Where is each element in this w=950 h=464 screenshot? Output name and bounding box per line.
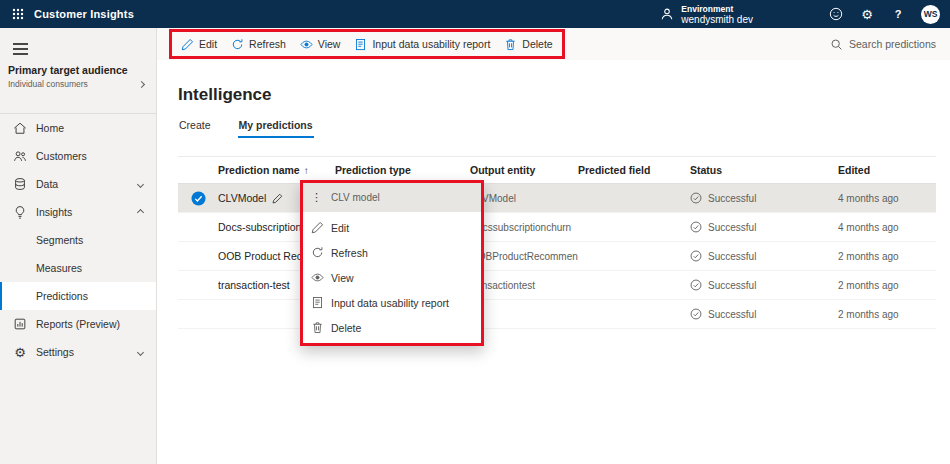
sidebar-item-insights[interactable]: Insights xyxy=(0,198,156,226)
edited-cell: 2 months ago xyxy=(838,251,936,262)
context-menu: Edit Refresh View Input data usability r… xyxy=(303,212,481,343)
output-entity-cell: OOBProductRecommendation xyxy=(470,251,578,262)
column-header-predicted-field[interactable]: Predicted field xyxy=(578,164,690,176)
main-content: Intelligence Create My predictions Predi… xyxy=(157,60,950,464)
context-menu-item-view[interactable]: View xyxy=(303,265,481,290)
report-icon xyxy=(311,296,324,309)
sidebar-item-label: Segments xyxy=(36,234,83,246)
predictions-table: Prediction name ↑ Prediction type Output… xyxy=(178,156,936,329)
search-input[interactable]: Search predictions xyxy=(830,38,950,51)
prediction-name[interactable]: transaction-test xyxy=(218,279,290,291)
status-cell: Successful xyxy=(690,308,838,320)
output-entity-cell: Docssubscriptionchurn xyxy=(470,222,578,233)
column-header-output-entity[interactable]: Output entity xyxy=(470,164,578,176)
app-title: Customer Insights xyxy=(34,8,134,20)
status-text: Successful xyxy=(708,309,756,320)
customers-icon xyxy=(13,149,27,163)
sidebar-item-measures[interactable]: Measures xyxy=(0,254,156,282)
waffle-icon[interactable] xyxy=(12,8,24,20)
status-cell: Successful xyxy=(690,221,838,233)
hamburger-menu-icon[interactable] xyxy=(0,28,156,60)
edit-button[interactable]: Edit xyxy=(174,32,224,56)
audience-title: Primary target audience xyxy=(8,64,134,77)
delete-icon xyxy=(504,38,517,51)
context-menu-item-delete[interactable]: Delete xyxy=(303,315,481,340)
refresh-button[interactable]: Refresh xyxy=(224,32,293,56)
context-menu-item-refresh[interactable]: Refresh xyxy=(303,240,481,265)
user-avatar[interactable]: WS xyxy=(921,5,940,24)
column-header-prediction-type[interactable]: Prediction type xyxy=(335,164,470,176)
table-row[interactable]: CLVModel CLVModel Successful 4 months ag… xyxy=(178,184,936,213)
table-row[interactable]: Successful 2 months ago xyxy=(178,300,936,329)
sidebar-item-customers[interactable]: Customers xyxy=(0,142,156,170)
environment-label: Environment xyxy=(681,4,753,14)
chevron-up-icon xyxy=(137,208,144,215)
settings-gear-icon[interactable]: ⚙ xyxy=(859,6,875,22)
tab-create[interactable]: Create xyxy=(178,117,212,138)
environment-picker[interactable]: Environment wendysmith dev xyxy=(660,4,753,25)
environment-name: wendysmith dev xyxy=(681,14,753,25)
page-title: Intelligence xyxy=(178,84,950,105)
more-options-icon[interactable]: ⋮ xyxy=(311,191,322,204)
success-check-icon xyxy=(690,279,702,291)
view-button[interactable]: View xyxy=(293,32,348,56)
column-header-edited[interactable]: Edited xyxy=(838,164,936,176)
context-menu-item-input-data-usability-report[interactable]: Input data usability report xyxy=(303,290,481,315)
table-row[interactable]: transaction-test transactiontest Success… xyxy=(178,271,936,300)
reports-icon xyxy=(13,317,27,331)
input-data-usability-report-button[interactable]: Input data usability report xyxy=(347,32,497,56)
rename-pencil-icon[interactable] xyxy=(272,193,283,204)
status-cell: Successful xyxy=(690,279,838,291)
column-header-prediction-name[interactable]: Prediction name ↑ xyxy=(218,164,335,176)
sidebar-item-label: Predictions xyxy=(36,290,88,302)
view-icon xyxy=(311,271,324,284)
status-text: Successful xyxy=(708,222,756,233)
input-data-usability-report-label: Input data usability report xyxy=(372,38,490,50)
person-icon xyxy=(660,7,674,21)
sidebar-item-segments[interactable]: Segments xyxy=(0,226,156,254)
sidebar-item-data[interactable]: Data xyxy=(0,170,156,198)
top-nav-bar: Customer Insights Environment wendysmith… xyxy=(0,0,950,28)
sort-ascending-icon: ↑ xyxy=(304,165,309,176)
chevron-down-icon xyxy=(137,348,144,355)
command-bar: Edit Refresh View Input data usability r… xyxy=(157,28,950,60)
insights-icon xyxy=(13,205,27,219)
sidebar-item-label: Measures xyxy=(36,262,82,274)
edited-cell: 2 months ago xyxy=(838,280,936,291)
app-window: Customer Insights Environment wendysmith… xyxy=(0,0,950,464)
success-check-icon xyxy=(690,221,702,233)
edit-icon xyxy=(311,221,324,234)
table-row[interactable]: Docs-subscription Docssubscriptionchurn … xyxy=(178,213,936,242)
context-menu-item-edit[interactable]: Edit xyxy=(303,215,481,240)
row-selected-check-icon[interactable] xyxy=(191,191,206,206)
help-icon[interactable]: ? xyxy=(890,6,906,22)
sidebar-item-label: Home xyxy=(36,122,64,134)
feedback-smiley-icon[interactable] xyxy=(828,6,844,22)
context-menu-item-label: Refresh xyxy=(331,247,368,259)
topbar-actions: Environment wendysmith dev ⚙ ? WS xyxy=(660,4,950,25)
column-header-status[interactable]: Status xyxy=(690,164,838,176)
audience-selector[interactable]: Primary target audience Individual consu… xyxy=(0,60,156,114)
view-button-label: View xyxy=(318,38,341,50)
prediction-name[interactable]: OOB Product Reco xyxy=(218,250,308,262)
sidebar-item-home[interactable]: Home xyxy=(0,114,156,142)
sidebar-item-settings[interactable]: ⚙ Settings xyxy=(0,338,156,366)
refresh-icon xyxy=(311,246,324,259)
delete-button[interactable]: Delete xyxy=(497,32,559,56)
environment-text: Environment wendysmith dev xyxy=(681,4,753,25)
tab-my-predictions[interactable]: My predictions xyxy=(238,117,314,138)
status-text: Successful xyxy=(708,251,756,262)
chevron-down-icon xyxy=(137,180,144,187)
prediction-name[interactable]: Docs-subscription xyxy=(218,221,301,233)
sidebar-item-predictions[interactable]: Predictions xyxy=(0,282,156,310)
refresh-button-label: Refresh xyxy=(249,38,286,50)
status-cell: Successful xyxy=(690,250,838,262)
edit-button-label: Edit xyxy=(199,38,217,50)
data-icon xyxy=(13,177,27,191)
table-row[interactable]: OOB Product Reco OOBProductRecommendatio… xyxy=(178,242,936,271)
settings-gear-icon: ⚙ xyxy=(13,345,27,360)
edit-icon xyxy=(181,38,194,51)
prediction-name[interactable]: CLVModel xyxy=(218,192,266,204)
sidebar-item-reports[interactable]: Reports (Preview) xyxy=(0,310,156,338)
edited-cell: 2 months ago xyxy=(838,309,936,320)
